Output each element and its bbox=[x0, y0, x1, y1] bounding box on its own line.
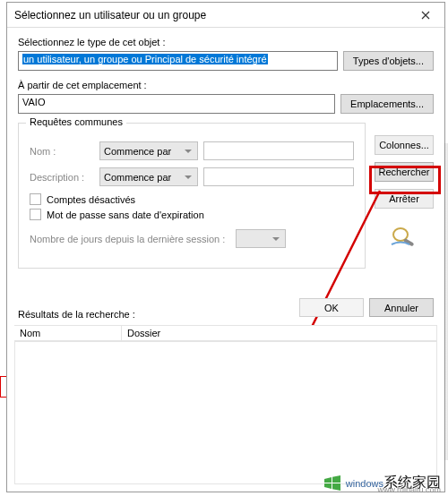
common-queries-group: Requêtes communes Nom : Commence par Des… bbox=[18, 123, 366, 269]
object-type-label: Sélectionnez le type de cet objet : bbox=[18, 37, 434, 47]
location-value: VAIO bbox=[22, 97, 45, 107]
select-user-group-dialog: Sélectionnez un utilisateur ou un groupe… bbox=[6, 2, 445, 492]
columns-button[interactable]: Colonnes... bbox=[375, 135, 434, 155]
common-queries-legend: Requêtes communes bbox=[26, 116, 126, 127]
checkbox-icon bbox=[30, 209, 41, 220]
background-fragment bbox=[0, 376, 6, 398]
name-label: Nom : bbox=[30, 146, 94, 157]
locations-button[interactable]: Emplacements... bbox=[340, 94, 434, 114]
watermark-url: www.ruibaitu.com bbox=[377, 485, 441, 494]
close-button[interactable] bbox=[407, 3, 444, 27]
side-buttons: Colonnes... Rechercher Arrêter bbox=[373, 135, 435, 250]
col-folder[interactable]: Dossier bbox=[122, 326, 437, 340]
windows-logo-icon bbox=[323, 474, 342, 492]
close-icon bbox=[421, 11, 430, 20]
ok-button[interactable]: OK bbox=[299, 298, 364, 317]
stop-button[interactable]: Arrêter bbox=[375, 189, 434, 209]
col-name[interactable]: Nom bbox=[14, 326, 122, 340]
checkbox-icon bbox=[30, 193, 41, 205]
object-types-button[interactable]: Types d'objets... bbox=[343, 51, 434, 71]
background-shadow bbox=[443, 143, 448, 460]
days-since-label: Nombre de jours depuis la dernière sessi… bbox=[30, 234, 225, 244]
name-match-combo[interactable]: Commence par bbox=[99, 141, 198, 160]
description-input[interactable] bbox=[203, 167, 354, 186]
location-field[interactable]: VAIO bbox=[18, 94, 335, 114]
results-list[interactable] bbox=[14, 341, 437, 484]
dialog-action-buttons: OK Annuler bbox=[299, 298, 434, 317]
name-input[interactable] bbox=[203, 141, 354, 160]
description-label: Description : bbox=[30, 172, 94, 183]
from-location-label: À partir de cet emplacement : bbox=[18, 80, 434, 90]
results-header: Nom Dossier bbox=[14, 325, 437, 341]
window-title: Sélectionnez un utilisateur ou un groupe bbox=[14, 9, 407, 21]
search-icon bbox=[389, 225, 419, 250]
object-type-value: un utilisateur, un groupe ou Principal d… bbox=[22, 54, 268, 64]
days-since-combo[interactable] bbox=[236, 229, 286, 248]
object-type-field[interactable]: un utilisateur, un groupe ou Principal d… bbox=[18, 51, 338, 71]
search-button[interactable]: Rechercher bbox=[375, 162, 434, 182]
titlebar: Sélectionnez un utilisateur ou un groupe bbox=[7, 3, 444, 28]
description-match-combo[interactable]: Commence par bbox=[99, 167, 198, 186]
cancel-button[interactable]: Annuler bbox=[369, 298, 434, 317]
password-no-expire-check[interactable]: Mot de passe sans date d'expiration bbox=[30, 209, 354, 220]
disabled-accounts-check[interactable]: Comptes désactivés bbox=[30, 193, 354, 205]
watermark: windows系统家园 www.ruibaitu.com bbox=[323, 473, 441, 492]
results-label: Résultats de la recherche : bbox=[18, 309, 135, 320]
